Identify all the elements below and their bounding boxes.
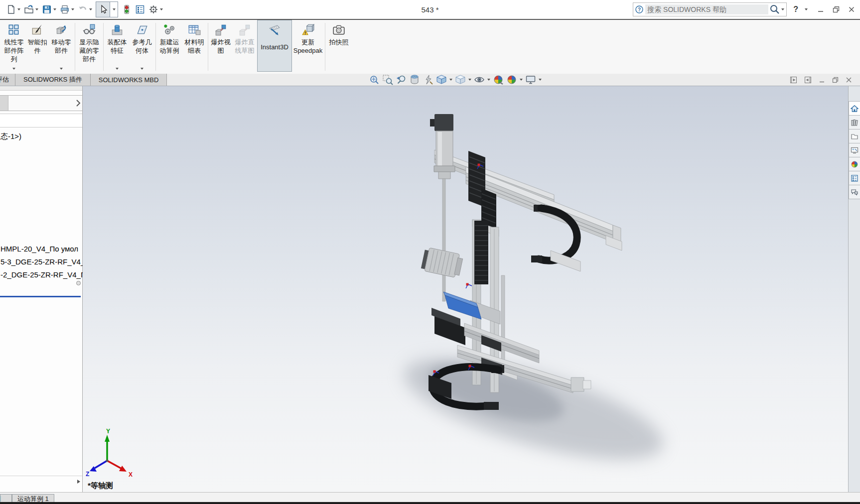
traffic-light-icon bbox=[122, 4, 132, 14]
reference-triad: Y X Z bbox=[86, 428, 133, 478]
tree-node[interactable]: HMPL-20_V4_По умол bbox=[0, 243, 83, 255]
custom-properties-icon bbox=[851, 174, 859, 182]
search-icon[interactable] bbox=[769, 4, 780, 15]
zoom-to-fit-icon[interactable] bbox=[369, 74, 380, 85]
exploded-view-button[interactable]: 爆炸视图 bbox=[209, 20, 232, 72]
circled-question-icon: ? bbox=[635, 5, 644, 14]
options-list-icon bbox=[135, 4, 145, 14]
open-document-button[interactable] bbox=[24, 4, 38, 14]
print-button[interactable] bbox=[60, 4, 74, 14]
undo-button[interactable] bbox=[78, 4, 92, 14]
task-pane-view-palette-tab[interactable] bbox=[849, 143, 860, 157]
tab-solidworks-addins[interactable]: SOLIDWORKS 插件 bbox=[15, 74, 91, 86]
help-caret[interactable] bbox=[805, 8, 808, 10]
new-motion-study-button[interactable]: 新建运动算例 bbox=[157, 20, 182, 72]
file-explorer-icon bbox=[851, 132, 859, 140]
panel-grip[interactable] bbox=[0, 96, 8, 111]
undo-icon bbox=[78, 4, 88, 14]
help-search-input[interactable] bbox=[645, 4, 768, 14]
view-orientation-icon[interactable] bbox=[436, 74, 447, 85]
scroll-right-icon[interactable] bbox=[77, 479, 81, 484]
view-orientation-caret[interactable] bbox=[449, 79, 452, 81]
previous-pane-icon[interactable] bbox=[790, 76, 797, 84]
linear-component-pattern-button[interactable]: 线性零部件阵列 bbox=[2, 20, 26, 72]
help-search-box[interactable]: ? bbox=[633, 2, 787, 16]
bottom-edge-bar bbox=[0, 502, 860, 504]
reference-geometry-icon bbox=[136, 23, 148, 36]
open-document-caret[interactable] bbox=[35, 8, 38, 10]
task-pane-forum-tab[interactable] bbox=[849, 185, 860, 199]
bill-of-materials-button[interactable]: 材料明细表 bbox=[182, 20, 207, 72]
take-snapshot-button[interactable]: 拍快照 bbox=[326, 20, 351, 72]
triad-y-label: Y bbox=[106, 428, 110, 435]
rollback-bar[interactable] bbox=[0, 296, 81, 297]
close-icon[interactable] bbox=[848, 6, 855, 13]
task-pane-file-explorer-tab[interactable] bbox=[849, 129, 860, 143]
solidworks-window: 543 * ? ? 线性零部件阵列 智能扣件 bbox=[0, 0, 860, 504]
show-hidden-components-button[interactable]: 显示隐藏的零部件 bbox=[76, 20, 102, 72]
next-pane-icon[interactable] bbox=[804, 76, 812, 84]
smart-fasteners-button[interactable]: 智能扣件 bbox=[26, 20, 49, 72]
new-document-button[interactable] bbox=[6, 4, 20, 14]
assembly-root-node[interactable]: 态-1>) bbox=[0, 132, 21, 141]
select-cursor-icon bbox=[98, 4, 108, 14]
display-style-caret[interactable] bbox=[468, 79, 471, 81]
expand-chevron-icon[interactable] bbox=[75, 99, 81, 107]
move-component-button[interactable]: 移动零部件 bbox=[49, 20, 74, 72]
hide-show-items-icon[interactable] bbox=[474, 74, 485, 85]
reference-geometry-button[interactable]: 参考几何体 bbox=[130, 20, 154, 72]
section-view-icon[interactable] bbox=[409, 74, 420, 85]
view-settings-caret[interactable] bbox=[539, 79, 542, 81]
assembly-features-button[interactable]: 装配体特征 bbox=[105, 20, 130, 72]
select-tool[interactable] bbox=[96, 1, 118, 17]
task-pane-appearances-tab[interactable] bbox=[849, 157, 860, 171]
task-pane-home-tab[interactable] bbox=[849, 101, 860, 116]
annotation-view-icon[interactable] bbox=[423, 74, 433, 85]
settings-caret[interactable] bbox=[160, 8, 163, 10]
feature-manager-tab-strip bbox=[0, 86, 82, 91]
task-pane-design-library-tab[interactable] bbox=[849, 115, 860, 129]
ribbon-separator bbox=[75, 23, 75, 71]
ribbon-separator bbox=[208, 23, 208, 71]
instant3d-button[interactable]: Instant3D bbox=[257, 20, 292, 72]
hide-show-items-caret[interactable] bbox=[487, 79, 490, 81]
view-settings-icon[interactable] bbox=[525, 74, 536, 85]
print-caret[interactable] bbox=[71, 8, 74, 10]
task-pane-custom-properties-tab[interactable] bbox=[849, 171, 860, 185]
settings-button[interactable] bbox=[148, 4, 163, 14]
panel-horizontal-scrollbar[interactable] bbox=[0, 476, 82, 487]
tree-node[interactable]: -2_DGE-25-ZR-RF_V4_Г bbox=[0, 268, 83, 281]
feature-manager-filter-box[interactable] bbox=[0, 114, 82, 127]
apply-scene-caret[interactable] bbox=[520, 79, 523, 81]
save-caret[interactable] bbox=[53, 8, 56, 10]
feature-manager-header[interactable] bbox=[0, 95, 82, 111]
doc-close-icon[interactable] bbox=[846, 77, 852, 83]
save-button[interactable] bbox=[42, 4, 56, 14]
search-options-caret[interactable] bbox=[781, 8, 784, 10]
doc-restore-icon[interactable] bbox=[832, 77, 839, 83]
select-tool-caret[interactable] bbox=[110, 2, 118, 17]
graphics-area[interactable]: Y X Z *等轴测 bbox=[83, 86, 848, 492]
tree-node[interactable]: 5-3_DGE-25-ZR-RF_V4_ bbox=[0, 255, 83, 268]
update-speedpak-icon bbox=[301, 23, 314, 36]
view-palette-icon bbox=[851, 146, 859, 154]
zoom-to-area-icon[interactable] bbox=[382, 74, 393, 85]
panel-splitter-handle[interactable] bbox=[76, 281, 81, 285]
display-style-icon[interactable] bbox=[455, 74, 466, 85]
traffic-light-button[interactable] bbox=[122, 4, 132, 14]
tab-solidworks-mbd[interactable]: SOLIDWORKS MBD bbox=[91, 74, 167, 86]
apply-scene-icon[interactable] bbox=[506, 74, 517, 85]
doc-minimize-icon[interactable] bbox=[819, 77, 825, 83]
options-list-button[interactable] bbox=[135, 4, 145, 14]
help-button[interactable]: ? bbox=[793, 5, 798, 14]
instant3d-icon bbox=[268, 24, 281, 37]
minimize-icon[interactable] bbox=[817, 6, 824, 13]
triad-z-label: Z bbox=[86, 471, 89, 478]
restore-icon[interactable] bbox=[833, 6, 840, 13]
previous-view-icon[interactable] bbox=[396, 74, 407, 85]
undo-caret[interactable] bbox=[89, 8, 92, 10]
new-document-caret[interactable] bbox=[17, 8, 20, 10]
edit-appearance-icon[interactable] bbox=[493, 74, 504, 85]
update-speedpak-button[interactable]: 更新Speedpak bbox=[292, 20, 324, 72]
tab-evaluate[interactable]: 评估 bbox=[0, 74, 15, 86]
